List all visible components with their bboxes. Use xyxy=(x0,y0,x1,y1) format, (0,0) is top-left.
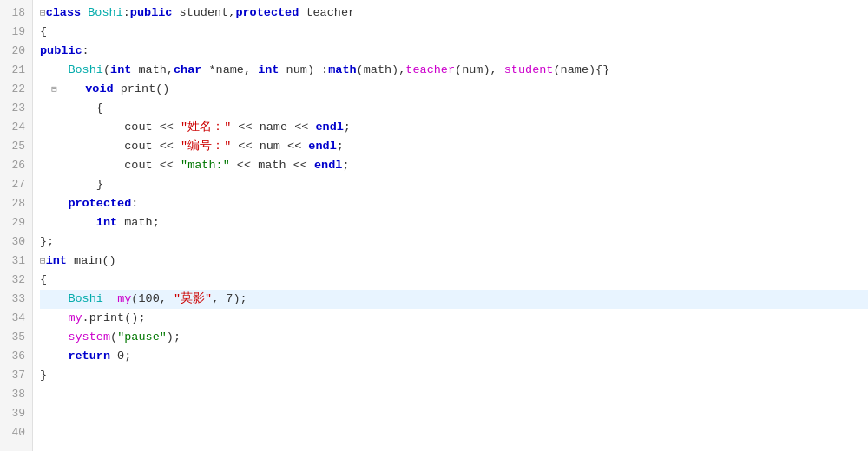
code-line: }; xyxy=(40,232,868,252)
code-token: (100, xyxy=(131,292,174,305)
code-line: Boshi(int math,char *name, int num) :mat… xyxy=(40,61,868,80)
code-token: cout << xyxy=(40,140,181,153)
code-line: protected: xyxy=(40,194,868,213)
line-number: 21 xyxy=(3,61,25,80)
code-line: cout << "编号：" << num << endl; xyxy=(40,137,868,156)
code-token: class xyxy=(46,6,89,19)
line-number: 20 xyxy=(3,42,25,61)
code-token: my xyxy=(68,311,82,324)
code-line: cout << "math:" << math << endl; xyxy=(40,156,868,175)
code-token: ); xyxy=(167,330,181,343)
code-token: .print(); xyxy=(82,311,146,324)
code-token: ( xyxy=(110,330,117,343)
code-token: public xyxy=(130,6,173,19)
line-numbers: 1819202122232425262728293031323334353637… xyxy=(0,0,33,451)
line-number: 29 xyxy=(3,213,25,232)
code-line: { xyxy=(40,23,868,42)
code-token: student, xyxy=(172,6,235,19)
code-token: ⊟ xyxy=(40,256,46,266)
line-number: 24 xyxy=(3,118,25,137)
code-token xyxy=(40,311,68,324)
code-token: "姓名：" xyxy=(181,121,231,134)
line-number: 35 xyxy=(3,328,25,347)
code-token: cout << xyxy=(40,121,181,134)
code-token: int xyxy=(258,63,279,76)
code-token: Boshi xyxy=(68,292,103,305)
code-token: char xyxy=(174,63,201,76)
code-token xyxy=(40,350,68,363)
code-token: print() xyxy=(114,82,170,95)
code-token: << name << xyxy=(231,121,315,134)
code-line: system("pause"); xyxy=(40,328,868,347)
line-number: 25 xyxy=(3,137,25,156)
line-number: 39 xyxy=(3,404,25,423)
line-number: 27 xyxy=(3,175,25,194)
code-token: ⊟ xyxy=(40,84,57,95)
code-token: "math:" xyxy=(181,159,230,172)
code-line: ⊟ void print() xyxy=(40,80,868,99)
code-token: endl xyxy=(314,159,342,172)
code-token: (num), xyxy=(455,63,504,76)
code-token: public xyxy=(40,44,82,57)
code-token: : xyxy=(131,197,138,210)
code-line: } xyxy=(40,175,868,194)
code-token: ; xyxy=(342,159,349,172)
code-token: ; xyxy=(337,140,344,153)
code-token: ( xyxy=(103,63,110,76)
code-token: : xyxy=(82,44,89,57)
code-token: (name){} xyxy=(553,63,609,76)
code-token: my xyxy=(117,292,131,305)
code-token: "编号：" xyxy=(181,140,231,153)
line-number: 37 xyxy=(3,366,25,385)
line-number: 23 xyxy=(3,99,25,118)
code-line: { xyxy=(40,99,868,118)
code-token: } xyxy=(40,178,103,191)
code-token: } xyxy=(40,369,47,382)
code-token: { xyxy=(40,273,47,286)
code-token: { xyxy=(40,101,103,114)
code-token: math; xyxy=(117,216,160,229)
code-token xyxy=(103,292,117,305)
code-token: (math), xyxy=(357,63,406,76)
code-token: int xyxy=(46,254,67,267)
line-number: 30 xyxy=(3,232,25,252)
code-token: }; xyxy=(40,235,54,248)
code-token: "pause" xyxy=(117,330,167,343)
line-number: 38 xyxy=(3,385,25,404)
line-number: 26 xyxy=(3,156,25,175)
code-token: : xyxy=(123,6,130,19)
code-line: { xyxy=(40,271,868,290)
code-line: return 0; xyxy=(40,347,868,366)
code-token: system xyxy=(68,330,110,343)
code-area[interactable]: ⊟class Boshi:public student,protected te… xyxy=(33,0,868,451)
code-token: num) : xyxy=(279,63,328,76)
line-number: 33 xyxy=(3,290,25,309)
code-token: { xyxy=(40,25,47,38)
code-token: int xyxy=(110,63,131,76)
line-number: 36 xyxy=(3,347,25,366)
code-token: return xyxy=(68,350,110,363)
line-number: 28 xyxy=(3,194,25,213)
code-token: Boshi xyxy=(88,6,123,19)
code-line: ⊟int main() xyxy=(40,252,868,271)
code-token: math, xyxy=(131,63,174,76)
code-token xyxy=(40,63,68,76)
code-token: endl xyxy=(308,140,336,153)
code-token: << math << xyxy=(230,159,314,172)
code-token: void xyxy=(85,82,113,95)
code-token: Boshi xyxy=(68,63,103,76)
code-token: 0; xyxy=(110,350,131,363)
code-token xyxy=(40,197,68,210)
code-line: public: xyxy=(40,42,868,61)
code-token: << num << xyxy=(231,140,308,153)
code-line: cout << "姓名：" << name << endl; xyxy=(40,118,868,137)
code-token: *name, xyxy=(201,63,258,76)
code-line: Boshi my(100, "莫影", 7); xyxy=(40,290,868,309)
code-token: ; xyxy=(344,121,351,134)
code-token: protected xyxy=(68,197,131,210)
code-token xyxy=(40,330,68,343)
code-line: my.print(); xyxy=(40,309,868,328)
code-token xyxy=(40,292,68,305)
code-token: int xyxy=(96,216,117,229)
line-number: 34 xyxy=(3,309,25,328)
